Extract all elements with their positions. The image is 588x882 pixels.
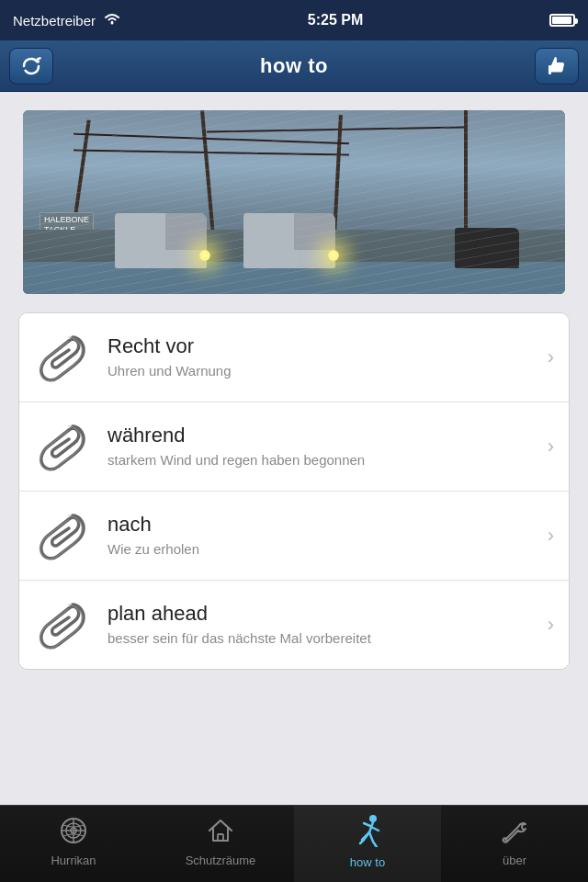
svg-point-0 (111, 22, 114, 25)
suv (455, 228, 519, 268)
item-title-3: plan ahead (107, 602, 540, 626)
nav-bar: how to (0, 40, 588, 92)
paperclip-icon-1 (34, 415, 96, 478)
item-subtitle-3: besser sein für das nächste Mal vorberei… (107, 629, 540, 648)
item-text-0: Recht vor Uhren und Warnung (107, 334, 540, 380)
tab-howto[interactable]: how to (294, 806, 441, 882)
howto-runner-icon (353, 814, 382, 851)
tab-bar: Hurrikan Schutzräume (0, 805, 588, 882)
chevron-0: › (548, 345, 554, 369)
main-content: HALEBONETACKLE (0, 92, 588, 805)
item-text-2: nach Wie zu erholen (107, 513, 540, 559)
chevron-2: › (548, 524, 554, 548)
list-item-0[interactable]: Recht vor Uhren und Warnung › (19, 313, 569, 402)
truck-1 (115, 213, 207, 268)
item-subtitle-1: starkem Wind und regen haben begonnen (107, 451, 540, 469)
status-right (549, 14, 575, 27)
paperclip-icon-2 (34, 504, 96, 567)
nav-title: how to (260, 54, 328, 78)
tab-howto-label: how to (350, 855, 385, 869)
paperclip-icon-0 (34, 326, 96, 389)
item-title-1: während (107, 424, 540, 447)
item-title-2: nach (107, 513, 540, 537)
item-subtitle-2: Wie zu erholen (107, 540, 540, 559)
list-container: Recht vor Uhren und Warnung › während st… (18, 312, 570, 670)
paperclip-icon-3 (34, 594, 96, 656)
svg-rect-1 (548, 65, 551, 74)
schutzraeume-icon (206, 816, 235, 849)
item-text-1: während starkem Wind und regen haben beg… (107, 424, 540, 469)
ueber-icon (500, 816, 529, 849)
tab-ueber[interactable]: über (441, 806, 588, 882)
status-time: 5:25 PM (308, 12, 363, 28)
tab-ueber-label: über (503, 854, 526, 867)
item-title-0: Recht vor (107, 334, 540, 358)
tab-schutzraeume[interactable]: Schutzräume (147, 806, 294, 882)
hurrikan-icon (59, 816, 88, 849)
status-bar: Netzbetreiber 5:25 PM (0, 0, 588, 40)
tab-hurrikan[interactable]: Hurrikan (0, 806, 147, 882)
tab-schutzraeume-label: Schutzräume (186, 854, 256, 867)
item-text-3: plan ahead besser sein für das nächste M… (107, 602, 540, 648)
hero-image: HALEBONETACKLE (23, 110, 565, 294)
carrier-label: Netzbetreiber (13, 13, 96, 28)
thumbsup-button[interactable] (535, 48, 579, 85)
status-left: Netzbetreiber (13, 11, 121, 29)
list-item-1[interactable]: während starkem Wind und regen haben beg… (19, 402, 569, 492)
tab-hurrikan-label: Hurrikan (51, 854, 96, 867)
svg-point-9 (505, 838, 508, 841)
chevron-3: › (548, 613, 554, 637)
battery-icon (549, 14, 575, 27)
truck-2 (243, 213, 335, 268)
item-subtitle-0: Uhren und Warnung (107, 362, 540, 380)
refresh-button[interactable] (9, 48, 53, 85)
wifi-icon (103, 11, 121, 29)
svg-rect-7 (218, 834, 223, 841)
list-item-2[interactable]: nach Wie zu erholen › (19, 492, 569, 581)
list-item-3[interactable]: plan ahead besser sein für das nächste M… (19, 581, 569, 669)
chevron-1: › (548, 435, 554, 458)
